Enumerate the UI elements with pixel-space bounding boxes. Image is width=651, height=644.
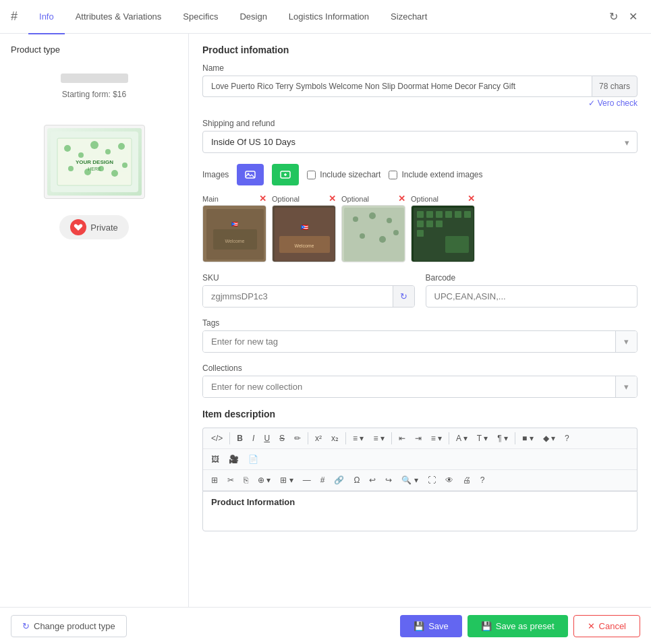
upload-image-button[interactable] xyxy=(237,164,264,185)
save-button[interactable]: 💾 Save xyxy=(400,615,462,637)
highlight-button[interactable]: ◆ ▾ xyxy=(539,431,559,446)
font-color-button[interactable]: A ▾ xyxy=(452,431,472,446)
video-btn[interactable]: 🎥 xyxy=(225,452,243,467)
name-input[interactable] xyxy=(202,76,592,97)
svg-point-32 xyxy=(360,233,365,239)
underline-button[interactable]: U xyxy=(260,431,274,446)
shipping-select[interactable]: Inside Of US 10 Days xyxy=(202,131,638,153)
bg-color-button[interactable]: ■ ▾ xyxy=(518,431,538,446)
sku-input[interactable] xyxy=(203,286,393,307)
header: # Info Attributes & Variations Specifics… xyxy=(0,0,651,34)
slot-main-image[interactable]: 🇵🇷 Welcome xyxy=(202,205,266,262)
description-section: Item description </> B I U S ✏ x² x₂ ≡ ▾… xyxy=(202,409,638,531)
format-btn[interactable]: ⊞ xyxy=(207,473,222,488)
tab-info[interactable]: Info xyxy=(28,1,65,34)
strikethrough-button[interactable]: S xyxy=(275,431,289,446)
remove-optional-1-button[interactable]: ✕ xyxy=(329,194,336,204)
product-type-label: Product type xyxy=(11,45,60,55)
collections-field-group: Collections ▾ xyxy=(202,363,638,398)
code-button[interactable]: </> xyxy=(207,431,227,446)
table-format-btn[interactable]: ⊞ ▾ xyxy=(276,473,297,488)
remove-optional-3-button[interactable]: ✕ xyxy=(468,194,475,204)
link-btn[interactable]: 🔗 xyxy=(330,473,348,488)
product-info-title: Product infomation xyxy=(202,45,638,55)
barcode-input[interactable] xyxy=(426,285,638,308)
bold-button[interactable]: B xyxy=(233,431,247,446)
help-btn-2[interactable]: ? xyxy=(476,473,489,488)
sizechart-checkbox[interactable] xyxy=(307,171,316,179)
extend-images-checkbox[interactable] xyxy=(389,171,397,179)
tab-design[interactable]: Design xyxy=(229,1,277,34)
tab-sizechart[interactable]: Sizechart xyxy=(380,1,438,34)
tags-label: Tags xyxy=(202,318,638,328)
slot-optional-3-image[interactable] xyxy=(411,205,475,262)
subscript-button[interactable]: x₂ xyxy=(327,431,343,446)
redo-btn[interactable]: ↪ xyxy=(381,473,396,488)
indent-button[interactable]: ⇥ xyxy=(411,431,426,446)
close-button[interactable]: ✕ xyxy=(626,7,640,26)
collections-input-wrapper: ▾ xyxy=(202,376,638,398)
svg-text:Welcome: Welcome xyxy=(225,239,244,243)
image-upload-icon xyxy=(245,169,256,180)
left-panel: Product type Starting form: $16 xyxy=(0,34,189,607)
remove-optional-2-button[interactable]: ✕ xyxy=(398,194,405,204)
fullscreen-btn[interactable]: ⛶ xyxy=(424,473,440,488)
paste-btn[interactable]: ⊕ ▾ xyxy=(254,473,275,488)
editor-content[interactable]: Product Information xyxy=(202,491,638,531)
undo-btn[interactable]: ↩ xyxy=(365,473,380,488)
change-product-button[interactable]: ↻ Change product type xyxy=(11,615,127,637)
svg-text:Welcome: Welcome xyxy=(294,243,314,248)
refresh-button[interactable]: ↻ xyxy=(606,7,621,26)
collections-dropdown-arrow[interactable]: ▾ xyxy=(615,376,637,397)
preview-btn[interactable]: 👁 xyxy=(441,473,457,488)
pencil-button[interactable]: ✏ xyxy=(290,431,305,446)
shipping-select-wrapper: Inside Of US 10 Days ▾ xyxy=(202,131,638,153)
cancel-button[interactable]: ✕ Cancel xyxy=(573,615,640,637)
tab-specifics[interactable]: Specifics xyxy=(172,1,229,34)
tags-input[interactable] xyxy=(203,331,615,352)
sku-input-wrapper: ↻ xyxy=(202,285,415,308)
slot-optional-1-image[interactable]: 🇵🇷 Welcome xyxy=(272,205,336,262)
hr-btn[interactable]: — xyxy=(299,473,315,488)
paragraph-button[interactable]: ¶ ▾ xyxy=(493,431,512,446)
italic-button[interactable]: I xyxy=(248,431,258,446)
heart-icon xyxy=(74,223,83,232)
align-button[interactable]: ≡ ▾ xyxy=(427,431,446,446)
special-char-btn[interactable]: Ω xyxy=(349,473,364,488)
outdent-button[interactable]: ⇤ xyxy=(395,431,409,446)
sizechart-label[interactable]: Include sizechart xyxy=(320,170,380,179)
ol-button[interactable]: ≡ ▾ xyxy=(369,431,388,446)
change-product-icon: ↻ xyxy=(22,621,30,631)
image-slot-optional-2: Optional ✕ xyxy=(341,194,405,262)
sku-refresh-button[interactable]: ↻ xyxy=(393,286,414,307)
tags-dropdown-arrow[interactable]: ▾ xyxy=(615,331,637,352)
cut-btn[interactable]: ✂ xyxy=(223,473,238,488)
separator xyxy=(229,432,230,444)
table-btn[interactable]: # xyxy=(316,473,329,488)
collections-input[interactable] xyxy=(203,376,615,397)
save-preset-icon: 💾 xyxy=(481,621,492,631)
search-btn[interactable]: 🔍 ▾ xyxy=(397,473,422,488)
extend-label[interactable]: Include extend images xyxy=(401,170,482,179)
image-btn[interactable]: 🖼 xyxy=(207,452,223,467)
print-btn[interactable]: 🖨 xyxy=(459,473,475,488)
font-size-button[interactable]: T ▾ xyxy=(473,431,492,446)
vero-check[interactable]: ✓ Vero check xyxy=(202,98,638,108)
slot-optional-2-image[interactable] xyxy=(341,205,405,262)
ul-button[interactable]: ≡ ▾ xyxy=(349,431,368,446)
file-btn[interactable]: 📄 xyxy=(244,452,262,467)
remove-main-image-button[interactable]: ✕ xyxy=(259,194,266,204)
save-icon: 💾 xyxy=(414,621,424,631)
help-button[interactable]: ? xyxy=(561,431,573,446)
tags-field-group: Tags ▾ xyxy=(202,318,638,353)
svg-text:YOUR DESIGN: YOUR DESIGN xyxy=(75,159,113,165)
name-input-wrapper: 78 chars xyxy=(202,76,638,97)
save-preset-button[interactable]: 💾 Save as preset xyxy=(468,615,568,637)
superscript-button[interactable]: x² xyxy=(311,431,326,446)
editor-toolbar: </> B I U S ✏ x² x₂ ≡ ▾ ≡ ▾ ⇤ ⇥ ≡ ▾ xyxy=(202,428,638,491)
tab-logistics[interactable]: Logistics Information xyxy=(278,1,380,34)
upload-image-button-2[interactable] xyxy=(272,164,299,185)
extend-checkbox-group: Include extend images xyxy=(389,170,482,179)
tab-attributes[interactable]: Attributes & Variations xyxy=(65,1,173,34)
copy-btn[interactable]: ⎘ xyxy=(239,473,252,488)
